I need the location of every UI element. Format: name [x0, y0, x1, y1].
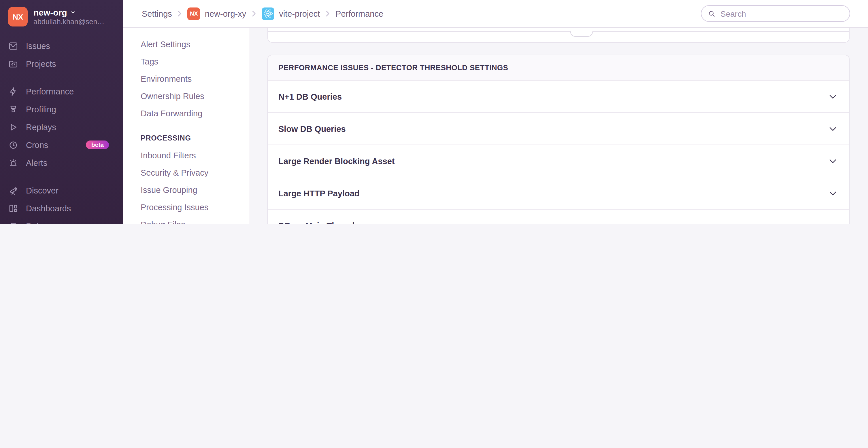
sidebar-item-label: Releases — [26, 221, 61, 224]
sidebar-item-label: Crons — [26, 140, 48, 149]
settings-nav-item-environments[interactable]: Environments — [123, 70, 250, 88]
react-project-icon — [262, 7, 274, 20]
breadcrumb-vite-project[interactable]: vite-project — [262, 7, 320, 20]
crons-icon — [8, 140, 19, 150]
projects-icon — [8, 59, 19, 69]
breadcrumb-label: Performance — [336, 9, 383, 18]
chevron-down-icon — [828, 221, 837, 224]
detector-row-slow-db-queries[interactable]: Slow DB Queries — [268, 112, 849, 144]
nav-group: DiscoverDashboardsReleasesUser Feedback — [0, 181, 123, 224]
sidebar-item-label: Projects — [26, 59, 56, 68]
org-switcher[interactable]: NX new-org abdullah.khan@sen… — [0, 0, 123, 32]
sidebar-item-projects[interactable]: Projects — [0, 55, 123, 73]
detector-row-n-1-db-queries[interactable]: N+1 DB Queries — [268, 81, 849, 112]
primary-nav: IssuesProjectsPerformanceProfilingReplay… — [0, 37, 123, 224]
sidebar-item-label: Profiling — [26, 105, 56, 114]
sidebar-item-dashboards[interactable]: Dashboards — [0, 199, 123, 217]
replays-icon — [8, 122, 19, 132]
profiling-icon — [8, 104, 19, 114]
chevron-down-icon — [828, 92, 837, 101]
sidebar-item-label: Replays — [26, 123, 56, 132]
settings-nav: Alert SettingsTagsEnvironmentsOwnership … — [123, 28, 250, 224]
settings-nav-heading: PROCESSING — [123, 130, 250, 147]
sidebar-item-label: Performance — [26, 87, 74, 96]
panel-title: PERFORMANCE ISSUES - DETECTOR THRESHOLD … — [268, 55, 849, 81]
previous-panel-cutoff — [268, 28, 849, 43]
breadcrumb-performance[interactable]: Performance — [336, 9, 383, 18]
sidebar-item-label: Dashboards — [26, 204, 71, 213]
releases-icon — [8, 221, 19, 224]
breadcrumb-label: Settings — [142, 9, 172, 18]
nav-group: PerformanceProfilingReplaysCronsbetaAler… — [0, 82, 123, 172]
sidebar-item-label: Issues — [26, 41, 50, 50]
breadcrumb-new-org-xy[interactable]: NXnew-org-xy — [188, 7, 246, 20]
top-header: SettingsNXnew-org-xyvite-projectPerforma… — [123, 0, 868, 28]
detector-label: Large Render Blocking Asset — [278, 156, 395, 166]
search-icon — [708, 9, 716, 18]
detector-row-large-http-payload[interactable]: Large HTTP Payload — [268, 177, 849, 209]
settings-nav-item-inbound-filters[interactable]: Inbound Filters — [123, 147, 250, 164]
chevron-right-icon — [252, 10, 256, 17]
divider — [268, 31, 849, 32]
nav-group: IssuesProjects — [0, 37, 123, 73]
detector-row-large-render-blocking-asset[interactable]: Large Render Blocking Asset — [268, 144, 849, 177]
settings-nav-item-processing-issues[interactable]: Processing Issues — [123, 199, 250, 216]
org-avatar: NX — [8, 7, 28, 27]
detector-label: Large HTTP Payload — [278, 188, 360, 198]
sidebar-item-releases[interactable]: Releases — [0, 217, 123, 224]
nx-org-icon: NX — [188, 7, 200, 20]
settings-nav-item-alert-settings[interactable]: Alert Settings — [123, 36, 250, 53]
sidebar-item-label: Alerts — [26, 158, 47, 167]
breadcrumb: SettingsNXnew-org-xyvite-projectPerforma… — [142, 7, 383, 20]
breadcrumb-label: new-org-xy — [205, 9, 246, 18]
collapsed-panel-notch — [570, 31, 593, 37]
alerts-icon — [8, 158, 19, 168]
threshold-settings-panel: PERFORMANCE ISSUES - DETECTOR THRESHOLD … — [268, 55, 849, 224]
chevron-down-icon — [70, 9, 76, 15]
sidebar-item-issues[interactable]: Issues — [0, 37, 123, 55]
detector-label: DB on Main Thread — [278, 221, 354, 224]
search-input[interactable] — [719, 8, 843, 19]
chevron-right-icon — [326, 10, 330, 17]
detector-label: N+1 DB Queries — [278, 92, 342, 101]
app-root: NX new-org abdullah.khan@sen… IssuesProj… — [0, 0, 868, 224]
beta-badge: beta — [86, 140, 109, 149]
settings-nav-item-debug-files[interactable]: Debug Files — [123, 216, 250, 224]
issues-icon — [8, 41, 19, 51]
sidebar-item-label: Discover — [26, 186, 59, 195]
sidebar-item-performance[interactable]: Performance — [0, 82, 123, 100]
sidebar-item-profiling[interactable]: Profiling — [0, 100, 123, 118]
search-box[interactable] — [701, 5, 850, 22]
sidebar-item-replays[interactable]: Replays — [0, 118, 123, 136]
breadcrumb-label: vite-project — [279, 9, 320, 18]
performance-icon — [8, 86, 19, 97]
chevron-down-icon — [828, 188, 837, 198]
detector-label: Slow DB Queries — [278, 124, 346, 133]
chevron-down-icon — [828, 156, 837, 166]
chevron-down-icon — [828, 124, 837, 133]
settings-nav-item-security-privacy[interactable]: Security & Privacy — [123, 164, 250, 181]
detector-row-db-on-main-thread[interactable]: DB on Main Thread — [268, 209, 849, 224]
breadcrumb-settings[interactable]: Settings — [142, 9, 172, 18]
main-content: PERFORMANCE ISSUES - DETECTOR THRESHOLD … — [250, 28, 868, 224]
discover-icon — [8, 185, 19, 196]
dashboards-icon — [8, 203, 19, 213]
settings-nav-item-tags[interactable]: Tags — [123, 53, 250, 70]
sidebar-item-crons[interactable]: Cronsbeta — [0, 136, 123, 154]
settings-nav-item-ownership-rules[interactable]: Ownership Rules — [123, 88, 250, 105]
sidebar-item-alerts[interactable]: Alerts — [0, 154, 123, 172]
settings-nav-item-data-forwarding[interactable]: Data Forwarding — [123, 105, 250, 122]
sidebar-item-discover[interactable]: Discover — [0, 181, 123, 199]
primary-sidebar: NX new-org abdullah.khan@sen… IssuesProj… — [0, 0, 123, 224]
chevron-right-icon — [178, 10, 182, 17]
org-name: new-org — [33, 7, 67, 18]
org-email: abdullah.khan@sen… — [33, 18, 104, 26]
settings-nav-item-issue-grouping[interactable]: Issue Grouping — [123, 181, 250, 199]
detector-list: N+1 DB QueriesSlow DB QueriesLarge Rende… — [268, 81, 849, 224]
